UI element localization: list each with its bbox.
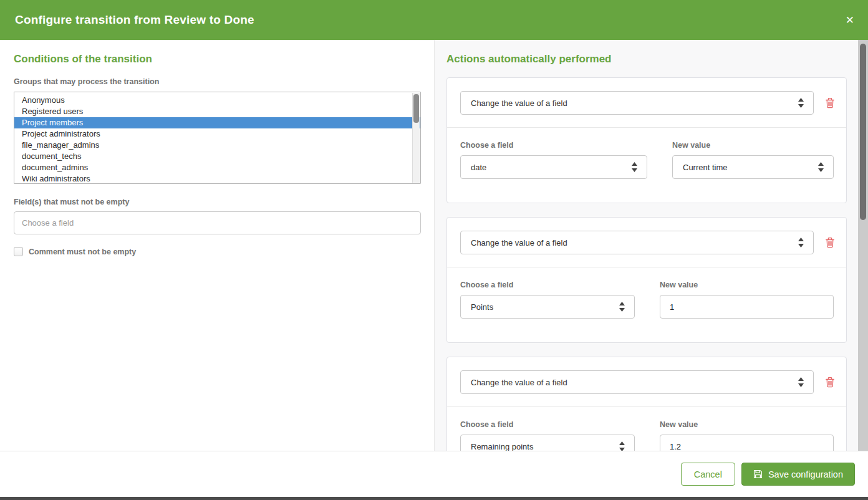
actions-panel: Actions automatically performed Change t… — [435, 40, 858, 451]
comment-checkbox-label: Comment must not be empty — [29, 248, 136, 256]
choose-field-label: Choose a field — [460, 420, 635, 429]
modal-scrollbar-thumb[interactable] — [860, 44, 866, 220]
group-list-item[interactable]: file_manager_admins — [14, 140, 420, 151]
not-empty-fields-label: Field(s) that must not be empty — [14, 198, 420, 206]
background-page-edge — [0, 497, 868, 500]
transition-configuration-modal: Configure transition from Review to Done… — [0, 0, 868, 500]
comment-not-empty-checkbox[interactable] — [14, 247, 23, 256]
group-list-item[interactable]: Project members — [14, 117, 420, 128]
select-stepper-icon — [619, 441, 625, 451]
select-stepper-icon — [817, 161, 824, 173]
conditions-heading: Conditions of the transition — [14, 52, 420, 66]
new-value-label: New value — [660, 420, 834, 429]
not-empty-field-placeholder: Choose a field — [22, 218, 74, 228]
post-action-card: Change the value of a field Ch — [446, 357, 847, 451]
trash-icon — [825, 237, 835, 248]
trash-icon — [825, 377, 835, 388]
modal-title: Configure transition from Review to Done — [15, 13, 254, 27]
select-stepper-icon — [631, 161, 638, 173]
select-stepper-icon — [619, 301, 625, 312]
select-stepper-icon — [798, 377, 804, 388]
post-action-card-header: Change the value of a field — [447, 357, 846, 407]
modal-footer: Cancel Save configuration — [0, 451, 868, 497]
field-select[interactable]: date — [460, 155, 647, 179]
groups-listbox[interactable]: Anonymous Registered users Project membe… — [14, 92, 421, 184]
post-action-card-body: Choose a field Remaining points New valu… — [447, 407, 846, 451]
actions-heading: Actions automatically performed — [446, 52, 847, 66]
post-action-card-header: Change the value of a field — [447, 78, 846, 128]
save-configuration-button[interactable]: Save configuration — [741, 463, 855, 486]
new-value-input[interactable] — [660, 435, 834, 451]
listbox-scrollbar-thumb[interactable] — [413, 94, 419, 123]
group-list-item[interactable]: Registered users — [14, 106, 420, 117]
cancel-button[interactable]: Cancel — [681, 463, 735, 486]
trash-icon — [825, 97, 835, 108]
post-action-card-body: Choose a field date New value Current ti… — [447, 128, 846, 203]
new-value-label: New value — [660, 281, 834, 289]
actions-cards-container: Change the value of a field Ch — [446, 77, 847, 451]
new-value-label: New value — [672, 141, 834, 150]
post-action-card: Change the value of a field Ch — [446, 217, 847, 343]
field-select[interactable]: Remaining points — [460, 435, 635, 451]
post-action-card-header: Change the value of a field — [447, 218, 846, 267]
not-empty-field-input[interactable]: Choose a field — [14, 211, 421, 234]
post-action-card: Change the value of a field Ch — [446, 77, 847, 203]
new-value-input[interactable] — [660, 295, 834, 319]
comment-checkbox-row: Comment must not be empty — [14, 247, 420, 256]
group-list-item[interactable]: Wiki administrators — [14, 173, 420, 184]
select-stepper-icon — [798, 97, 804, 108]
modal-header: Configure transition from Review to Done… — [0, 0, 868, 40]
delete-action-button[interactable] — [825, 377, 835, 388]
action-type-select[interactable]: Change the value of a field — [460, 231, 814, 254]
modal-scrollbar[interactable] — [858, 40, 868, 451]
action-type-select[interactable]: Change the value of a field — [460, 91, 814, 115]
field-select[interactable]: Points — [460, 295, 635, 319]
conditions-panel: Conditions of the transition Groups that… — [0, 40, 435, 451]
group-list-item[interactable]: document_admins — [14, 162, 420, 173]
choose-field-label: Choose a field — [460, 141, 647, 150]
save-icon — [753, 469, 763, 479]
group-list-item[interactable]: document_techs — [14, 151, 420, 162]
select-stepper-icon — [798, 237, 804, 248]
group-list-item[interactable]: Anonymous — [14, 95, 420, 106]
group-list-item[interactable]: Project administrators — [14, 128, 420, 140]
choose-field-label: Choose a field — [460, 281, 635, 289]
close-icon[interactable]: ✕ — [843, 12, 857, 28]
save-button-label: Save configuration — [768, 469, 843, 479]
groups-label: Groups that may process the transition — [14, 77, 420, 86]
delete-action-button[interactable] — [825, 97, 835, 108]
delete-action-button[interactable] — [825, 237, 835, 248]
modal-body: Conditions of the transition Groups that… — [0, 40, 868, 451]
action-type-select[interactable]: Change the value of a field — [460, 370, 814, 394]
post-action-card-body: Choose a field Points New value — [447, 267, 846, 342]
new-value-select[interactable]: Current time — [672, 155, 834, 179]
listbox-scrollbar[interactable] — [412, 93, 420, 183]
